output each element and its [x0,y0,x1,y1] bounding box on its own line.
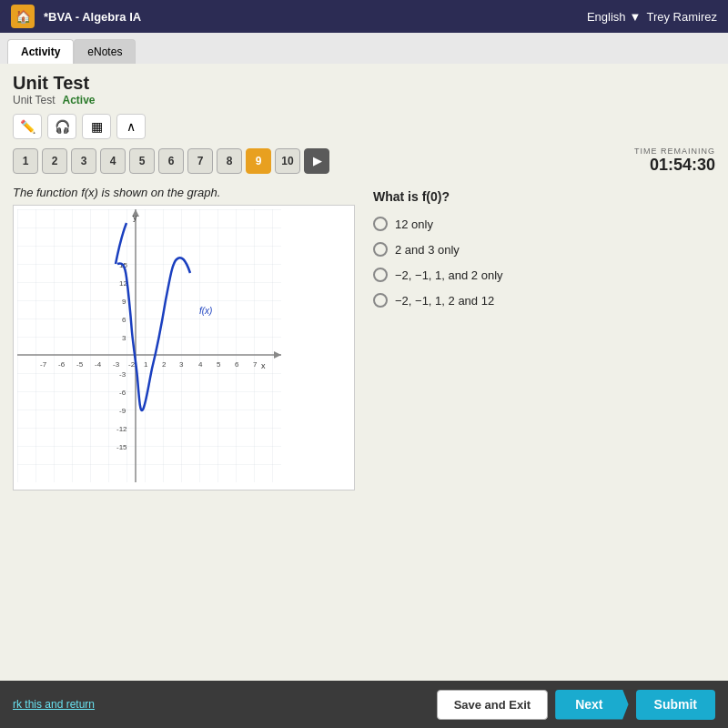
home-icon[interactable]: 🏠 [11,5,35,28]
unit-header: Unit Test Unit Test Active [0,64,728,110]
pencil-tool[interactable]: ✏️ [13,114,42,139]
q-btn-arrow[interactable]: ▶ [304,148,329,174]
radio-1[interactable] [373,217,388,231]
svg-text:-6: -6 [119,389,126,397]
timer-display: TIME REMAINING 01:54:30 [634,147,715,175]
option-2-label: 2 and 3 only [395,243,460,257]
unit-subtitle-text: Unit Test [13,94,55,106]
option-4[interactable]: −2, −1, 1, 2 and 12 [373,293,715,308]
svg-text:-3: -3 [119,370,126,379]
svg-text:-5: -5 [76,360,84,369]
mark-return-text: rk this and return [13,698,95,711]
svg-text:7: 7 [253,360,258,369]
svg-text:5: 5 [217,360,221,369]
q-btn-8[interactable]: 8 [217,148,242,174]
q-btn-4[interactable]: 4 [100,148,126,174]
svg-text:-2: -2 [128,360,136,369]
q-btn-1[interactable]: 1 [13,148,38,174]
svg-text:6: 6 [235,360,239,369]
q-btn-2[interactable]: 2 [42,148,67,174]
option-3[interactable]: −2, −1, 1, and 2 only [373,268,715,282]
language-label: English [587,10,626,24]
svg-text:3: 3 [122,334,126,342]
q-btn-9[interactable]: 9 [246,148,271,174]
svg-text:-9: -9 [119,407,126,415]
graph-container: x y -7 -6 -5 -4 -3 -2 1 2 3 4 5 6 7 [13,205,355,490]
svg-text:9: 9 [122,298,126,306]
svg-text:1: 1 [144,360,148,369]
chevron-down-icon: ▼ [630,10,642,24]
svg-text:f(x): f(x) [199,306,212,316]
function-graph: x y -7 -6 -5 -4 -3 -2 1 2 3 4 5 6 7 [17,209,281,482]
q-btn-5[interactable]: 5 [129,148,155,174]
headphone-tool[interactable]: 🎧 [47,114,76,139]
toolbar: ✏️ 🎧 ▦ ∧ [0,110,728,143]
svg-text:-3: -3 [113,360,120,369]
flag-tool[interactable]: ∧ [116,114,146,139]
bottom-bar: rk this and return Save and Exit Next Su… [0,681,728,728]
q-btn-3[interactable]: 3 [71,148,96,174]
mark-return-link[interactable]: rk this and return [13,698,95,711]
timer-label: TIME REMAINING [634,147,715,156]
radio-3[interactable] [373,268,388,282]
tab-activity[interactable]: Activity [7,39,74,64]
user-name: Trey Ramirez [646,10,717,24]
graph-desc-text: The function f(x) is shown on the graph. [13,186,220,199]
top-bar-left: 🏠 *BVA - Algebra IA [11,5,141,28]
timer-value: 01:54:30 [634,156,715,175]
svg-text:-6: -6 [58,360,66,369]
option-3-label: −2, −1, 1, and 2 only [395,268,503,282]
svg-text:6: 6 [122,316,126,324]
svg-text:-15: -15 [116,443,127,451]
svg-text:x: x [261,361,266,370]
option-4-label: −2, −1, 1, 2 and 12 [395,294,494,308]
answer-section: What is f(0)? 12 only 2 and 3 only −2, −… [373,186,715,673]
svg-rect-1 [17,209,281,482]
question-nav: 1 2 3 4 5 6 7 8 9 10 ▶ TIME REMAINING 01… [0,143,728,178]
question-area: The function f(x) is shown on the graph. [0,178,728,681]
option-1-label: 12 only [395,217,433,231]
svg-text:3: 3 [179,360,184,369]
submit-button[interactable]: Submit [636,690,715,720]
save-exit-button[interactable]: Save and Exit [437,690,549,720]
main-content: Unit Test Unit Test Active ✏️ 🎧 ▦ ∧ 1 2 … [0,64,728,681]
bottom-buttons: Save and Exit Next Submit [437,690,715,720]
next-button[interactable]: Next [555,690,628,720]
question-text: What is f(0)? [373,189,715,204]
unit-title: Unit Test [13,73,715,94]
option-2[interactable]: 2 and 3 only [373,242,715,257]
q-btn-7[interactable]: 7 [187,148,213,174]
option-1[interactable]: 12 only [373,217,715,231]
graph-section: The function f(x) is shown on the graph. [13,186,355,673]
svg-text:-4: -4 [95,360,102,369]
question-nav-buttons: 1 2 3 4 5 6 7 8 9 10 ▶ [13,148,329,174]
svg-text:4: 4 [198,360,203,369]
graph-description: The function f(x) is shown on the graph. [13,186,355,199]
q-btn-6[interactable]: 6 [158,148,184,174]
tab-bar: Activity eNotes [0,33,728,64]
svg-text:-12: -12 [116,425,127,433]
top-bar-right: English ▼ Trey Ramirez [587,10,717,24]
unit-status: Active [62,94,95,106]
svg-text:y: y [133,213,137,222]
svg-text:-7: -7 [40,360,47,369]
radio-4[interactable] [373,293,388,308]
calculator-tool[interactable]: ▦ [82,114,111,139]
language-selector[interactable]: English ▼ [587,10,642,24]
unit-subtitle: Unit Test Active [13,94,715,106]
q-btn-10[interactable]: 10 [275,148,300,174]
tab-enotes[interactable]: eNotes [74,39,136,64]
svg-text:2: 2 [162,360,167,369]
top-bar: 🏠 *BVA - Algebra IA English ▼ Trey Ramir… [0,0,728,33]
course-title: *BVA - Algebra IA [44,10,141,24]
radio-2[interactable] [373,242,388,257]
